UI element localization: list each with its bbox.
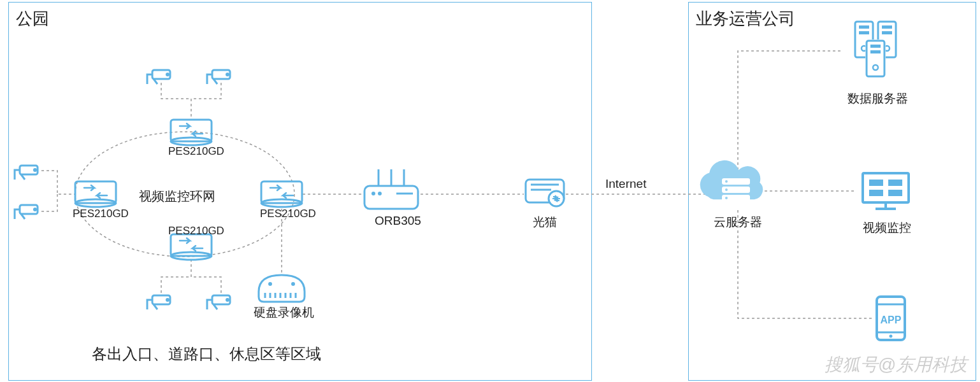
data-server-label: 数据服务器 bbox=[847, 90, 908, 107]
mobile-app-icon bbox=[877, 297, 905, 340]
switch-icon bbox=[75, 181, 116, 207]
internet-label: Internet bbox=[605, 177, 646, 191]
nvr-label: 硬盘录像机 bbox=[254, 304, 314, 321]
camera-icon bbox=[207, 70, 230, 84]
diagram-canvas: 公园 业务运营公司 bbox=[0, 0, 980, 382]
modem-icon bbox=[526, 180, 564, 206]
cloud-server-icon bbox=[700, 160, 763, 201]
camera-icon bbox=[15, 205, 38, 219]
video-monitor-icon bbox=[863, 173, 909, 209]
switch-icon bbox=[171, 234, 212, 260]
switch-label-right: PES210GD bbox=[260, 208, 316, 220]
modem-label: 光猫 bbox=[533, 214, 557, 230]
switch-label-left: PES210GD bbox=[73, 208, 129, 220]
camera-icon bbox=[147, 295, 170, 309]
watermark-text: 搜狐号@东用科技 bbox=[825, 353, 967, 377]
switch-label-bottom: PES210GD bbox=[168, 225, 224, 237]
cloud-label: 云服务器 bbox=[714, 214, 762, 230]
router-icon bbox=[364, 169, 418, 209]
switch-icon bbox=[261, 181, 302, 207]
switch-label-top: PES210GD bbox=[168, 145, 224, 158]
router-label: ORB305 bbox=[375, 214, 421, 228]
camera-icon bbox=[207, 295, 230, 309]
video-monitor-label: 视频监控 bbox=[863, 220, 911, 236]
camera-icon bbox=[147, 70, 170, 84]
park-footer-label: 各出入口、道路口、休息区等区域 bbox=[92, 344, 321, 364]
camera-icon bbox=[15, 166, 38, 180]
nvr-icon bbox=[259, 275, 305, 302]
ring-network-label: 视频监控环网 bbox=[139, 188, 215, 205]
